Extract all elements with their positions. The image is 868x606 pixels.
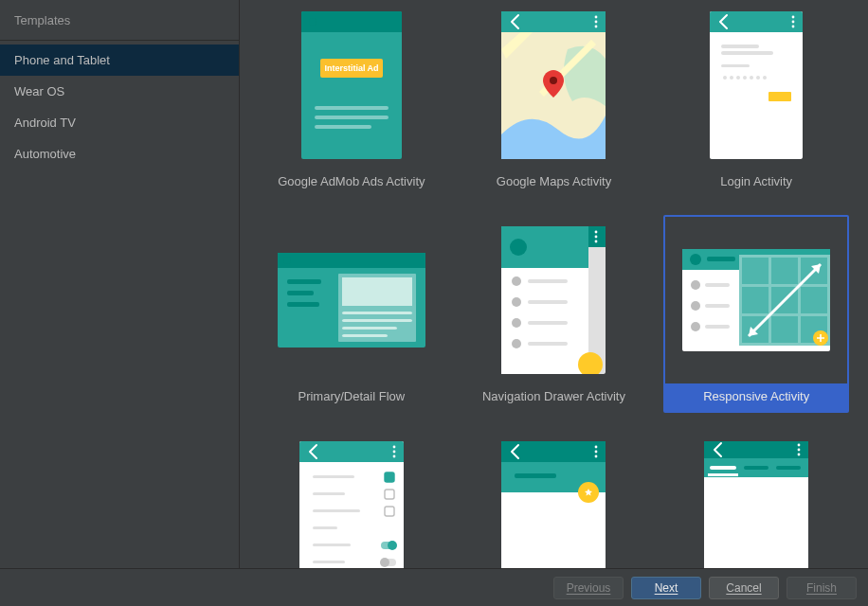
svg-point-90 [392,446,395,449]
svg-rect-44 [342,327,397,330]
svg-rect-123 [744,466,769,470]
svg-rect-95 [313,492,345,495]
template-card[interactable] [663,430,849,568]
svg-rect-37 [287,279,321,284]
svg-rect-82 [771,316,798,343]
svg-rect-94 [385,472,394,482]
svg-rect-67 [707,257,735,261]
svg-point-50 [595,236,598,239]
template-caption: Google Maps Activity [463,169,645,196]
scrolling-icon [479,432,627,568]
template-grid: Interstitial AdGoogle AdMob Ads Activity… [240,0,868,568]
template-card[interactable]: Interstitial AdGoogle AdMob Ads Activity [259,0,444,198]
template-card[interactable]: Google Maps Activity [461,0,647,198]
svg-point-120 [798,449,801,452]
svg-point-110 [595,446,598,449]
svg-point-14 [595,26,598,28]
svg-rect-11 [501,11,606,32]
svg-text:Interstitial Ad: Interstitial Ad [324,63,378,73]
template-card[interactable] [461,430,647,568]
svg-point-112 [595,455,598,458]
svg-rect-97 [313,509,360,512]
sidebar-item-automotive[interactable]: Automotive [0,138,239,169]
svg-point-61 [512,339,521,348]
svg-rect-38 [287,291,314,295]
svg-point-66 [690,254,701,265]
svg-rect-25 [721,64,750,67]
svg-rect-7 [315,116,389,119]
template-card[interactable]: Responsive Activity [663,215,849,413]
svg-rect-100 [313,544,351,546]
previous-button[interactable]: Previous [553,577,624,599]
svg-rect-17 [710,11,803,159]
svg-point-49 [595,231,598,234]
svg-rect-73 [705,325,730,329]
svg-point-70 [691,301,700,311]
svg-point-119 [798,444,801,447]
svg-rect-56 [528,279,568,283]
svg-rect-109 [501,441,606,462]
template-caption: Responsive Activity [665,383,847,411]
svg-point-111 [595,451,598,454]
tabbed-icon [682,432,830,568]
template-card[interactable]: Primary/Detail Flow [259,215,444,413]
svg-point-91 [392,451,395,454]
template-card[interactable] [259,430,444,568]
svg-rect-113 [515,473,556,478]
svg-rect-23 [721,45,759,48]
svg-point-3 [309,18,316,26]
svg-point-22 [792,26,795,28]
cancel-button[interactable]: Cancel [709,577,779,599]
svg-point-13 [595,21,598,24]
template-card[interactable]: Login Activity [663,0,849,198]
template-caption: Login Activity [665,169,847,196]
svg-point-28 [736,76,740,80]
finish-button[interactable]: Finish [787,577,857,599]
svg-point-54 [510,239,527,256]
svg-rect-62 [528,342,568,346]
svg-rect-78 [742,287,769,313]
admob-icon: Interstitial Ad [278,2,425,169]
svg-rect-43 [342,319,412,322]
settings-icon [278,432,425,568]
svg-point-121 [798,454,801,456]
primary-detail-icon [278,217,425,383]
svg-rect-93 [313,475,354,478]
svg-point-12 [595,16,598,19]
svg-point-72 [691,322,700,331]
svg-point-36 [283,257,291,264]
login-icon [682,2,830,169]
svg-rect-41 [342,277,412,306]
sidebar: Templates Phone and TabletWear OSAndroid… [0,0,240,568]
next-button[interactable]: Next [631,577,701,599]
maps-icon [479,2,627,169]
svg-rect-76 [771,258,798,284]
svg-rect-42 [342,312,412,314]
nav-drawer-icon [479,217,627,383]
sidebar-item-phone-and-tablet[interactable]: Phone and Tablet [0,45,239,76]
svg-point-55 [512,276,521,286]
svg-point-31 [756,76,760,80]
svg-rect-58 [528,300,568,304]
responsive-icon [682,217,830,383]
svg-point-32 [763,76,767,80]
template-caption: Navigation Drawer Activity [463,383,645,411]
sidebar-items: Phone and TabletWear OSAndroid TVAutomot… [0,41,239,169]
footer: Previous Next Cancel Finish [0,568,868,606]
svg-rect-124 [776,466,801,470]
svg-rect-103 [313,561,345,563]
svg-rect-60 [528,321,568,325]
svg-rect-125 [708,473,738,476]
svg-rect-80 [801,287,827,313]
svg-rect-24 [721,51,773,55]
svg-point-51 [595,241,598,243]
svg-point-21 [792,21,795,24]
svg-rect-122 [710,466,736,470]
sidebar-item-android-tv[interactable]: Android TV [0,107,239,138]
svg-point-27 [730,76,733,80]
svg-rect-71 [705,304,730,308]
svg-point-15 [550,77,557,84]
template-card[interactable]: Navigation Drawer Activity [461,215,647,413]
svg-point-105 [380,558,389,567]
sidebar-item-wear-os[interactable]: Wear OS [0,76,239,107]
